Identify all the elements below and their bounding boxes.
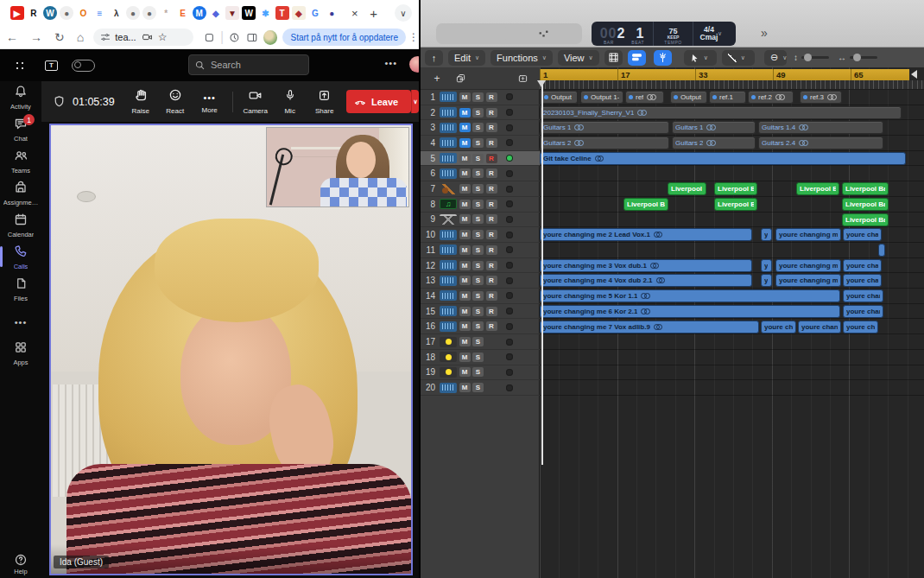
sidebar-item-files[interactable]: Files: [0, 273, 41, 305]
mute-button[interactable]: M: [459, 321, 471, 331]
scissors-icon[interactable]: [562, 28, 575, 41]
solo-button[interactable]: S: [472, 214, 484, 224]
track-lane-5[interactable]: Git take Celine: [540, 151, 924, 167]
app-launcher-icon[interactable]: [14, 60, 26, 72]
mute-button[interactable]: M: [459, 245, 471, 255]
playhead[interactable]: [541, 80, 543, 465]
leave-options-chevron[interactable]: ∨: [411, 90, 419, 113]
react-button[interactable]: React: [159, 88, 192, 115]
loop-browser-icon[interactable]: [911, 28, 924, 41]
track-lane-12[interactable]: youre changing me 3 Vox dub.1yyoure chan…: [540, 258, 924, 274]
record-enable-button[interactable]: R: [486, 230, 497, 239]
track-lane-8[interactable]: Liverpool BaLiverpool BaLiverpool Bas: [540, 197, 924, 213]
browser-tab[interactable]: ●: [142, 6, 156, 20]
track-lane-18[interactable]: [540, 350, 924, 365]
browser-tab[interactable]: ≡: [93, 6, 107, 20]
video-stage[interactable]: Ida (Guest): [49, 124, 413, 575]
record-enable-button[interactable]: R: [486, 108, 497, 118]
track-lane-9[interactable]: Liverpool Bas: [540, 213, 924, 228]
browser-tab[interactable]: T: [275, 6, 289, 20]
input-monitor-dot[interactable]: [506, 262, 513, 269]
solo-button[interactable]: S: [472, 321, 484, 331]
mute-button[interactable]: M: [459, 353, 471, 362]
browser-tab[interactable]: ◆: [292, 6, 306, 20]
track-lane-13[interactable]: youre changing me 4 Vox dub 2.1yyoure ch…: [540, 273, 924, 289]
region[interactable]: youre chan: [843, 259, 882, 272]
track-lane-10[interactable]: youre changing me 2 Lead Vox.1yyoure cha…: [540, 227, 924, 243]
track-header-13[interactable]: 13MSR: [421, 273, 540, 289]
region[interactable]: youre changing me 2 Lead Vox.1: [540, 228, 752, 241]
record-enable-button[interactable]: R: [486, 92, 497, 102]
record-enable-button[interactable]: R: [486, 307, 497, 316]
lcd-display[interactable]: 00 2 1 BAR BEAT 75 KEEP TEMPO 4/4 Cmaj ∨: [592, 22, 736, 46]
region[interactable]: Output 1-: [580, 91, 623, 104]
raise-button[interactable]: Raise: [124, 88, 157, 115]
browser-tab[interactable]: O: [76, 6, 90, 20]
browser-tab[interactable]: R: [27, 6, 41, 20]
sidebar-item-activity[interactable]: Activity: [0, 81, 41, 113]
solo-button[interactable]: S: [472, 245, 484, 255]
teams-view-toggle[interactable]: [72, 60, 95, 72]
browser-tab[interactable]: ◆: [209, 6, 223, 20]
track-header-15[interactable]: 15MSR: [421, 304, 540, 320]
track-header-12[interactable]: 12MSR: [421, 258, 540, 274]
browser-tab[interactable]: λ: [110, 6, 123, 20]
region[interactable]: Liverpool Bas: [842, 198, 889, 211]
input-monitor-dot[interactable]: [506, 339, 513, 346]
back-button[interactable]: ←: [6, 30, 18, 44]
new-tab-button[interactable]: +: [364, 3, 383, 22]
mute-button[interactable]: M: [459, 261, 471, 270]
record-enable-button[interactable]: R: [486, 154, 497, 163]
solo-button[interactable]: S: [472, 200, 484, 209]
region[interactable]: Liverpool Bas: [842, 182, 889, 195]
input-monitor-dot[interactable]: [506, 323, 513, 330]
region[interactable]: Guitars 2: [672, 137, 756, 149]
record-enable-button[interactable]: R: [486, 261, 497, 270]
solo-button[interactable]: S: [472, 92, 484, 102]
mute-button[interactable]: M: [459, 154, 471, 163]
track-header-18[interactable]: 18MS: [421, 350, 540, 365]
region[interactable]: youre changing me 5 Kor 1.1: [540, 289, 840, 302]
region[interactable]: Liverpool Ba: [714, 182, 757, 195]
track-lane-15[interactable]: youre changing me 6 Kor 2.1youre chan: [540, 304, 924, 320]
input-monitor-dot[interactable]: [506, 109, 513, 116]
region[interactable]: Liverpool Ba: [796, 182, 839, 195]
lcd-chevron[interactable]: ∨: [718, 30, 722, 37]
cycle-range-band[interactable]: 117334965: [540, 69, 909, 80]
track-header-6[interactable]: 6MSR: [421, 167, 540, 182]
track-header-9[interactable]: 9MSR: [421, 213, 540, 228]
browser-tab[interactable]: ●: [60, 6, 73, 20]
track-header-8[interactable]: 8♫MSR: [421, 197, 540, 213]
more-button[interactable]: •••More: [193, 89, 226, 114]
input-monitor-dot[interactable]: [506, 308, 513, 314]
menu-edit[interactable]: Edit∨: [448, 50, 485, 66]
forward-button[interactable]: →: [30, 30, 42, 44]
track-lane-16[interactable]: youre changing me 7 Vox adlib.9youre cha…: [540, 320, 924, 335]
track-lane-3[interactable]: Guitars 1Guitars 1Guitars 1.4: [540, 120, 924, 136]
region[interactable]: ref.1: [709, 91, 746, 104]
record-enable-button[interactable]: R: [486, 214, 497, 224]
track-lane-19[interactable]: [540, 365, 924, 381]
region[interactable]: Liverpool Ba: [714, 198, 757, 211]
sidebar-item-assignme[interactable]: Assignme…: [0, 177, 41, 209]
browser-tab[interactable]: *: [159, 6, 173, 20]
hide-track-header-button[interactable]: ↑: [425, 50, 443, 66]
track-lane-7[interactable]: LiverpoolLiverpool BaLiverpool BaLiverpo…: [540, 181, 924, 197]
region[interactable]: y: [761, 259, 772, 272]
solo-button[interactable]: S: [472, 353, 484, 362]
browser-menu-kebab[interactable]: ⋮: [408, 31, 419, 43]
camera-button[interactable]: Camera: [239, 89, 272, 115]
region[interactable]: youre ch: [843, 321, 878, 333]
mute-button[interactable]: M: [459, 184, 471, 194]
solo-button[interactable]: S: [472, 291, 484, 301]
browser-tab[interactable]: E: [175, 6, 189, 20]
record-enable-button[interactable]: R: [486, 123, 497, 132]
side-panel-icon[interactable]: [246, 32, 258, 43]
browser-tab[interactable]: ●: [325, 6, 339, 20]
track-header-11[interactable]: 11MSR: [421, 243, 540, 258]
add-track-button[interactable]: +: [429, 71, 445, 86]
solo-button[interactable]: S: [472, 367, 484, 377]
input-monitor-dot[interactable]: [506, 186, 513, 193]
input-monitor-dot[interactable]: [506, 216, 513, 223]
teams-search-bar[interactable]: Search: [188, 54, 309, 75]
